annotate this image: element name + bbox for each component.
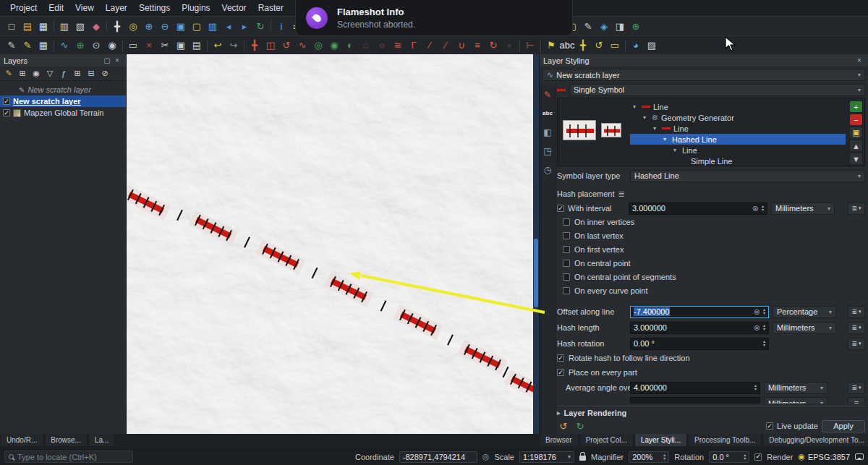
identify-features-icon[interactable]: i bbox=[273, 19, 289, 34]
chevron-down-icon[interactable]: ▾ bbox=[663, 136, 669, 142]
rotate-feature-icon[interactable]: ↺ bbox=[278, 38, 294, 53]
menu-item[interactable]: Raster bbox=[252, 1, 289, 14]
paste-features-icon[interactable]: ▤ bbox=[189, 38, 205, 53]
diagram-options-icon[interactable]: ◕ bbox=[628, 38, 644, 53]
vertex-tool-current-icon[interactable]: ⊙ bbox=[88, 38, 104, 53]
rotate-label-icon[interactable]: ↺ bbox=[591, 38, 607, 53]
apply-button[interactable]: Apply bbox=[822, 420, 865, 432]
digitize-with-segment-icon[interactable]: ∿ bbox=[56, 38, 72, 53]
close-panel-icon[interactable]: × bbox=[112, 56, 122, 64]
tree-node-hashed-line[interactable]: ▾ Hashed Line bbox=[630, 134, 846, 145]
symbol-preview-large[interactable] bbox=[563, 120, 596, 140]
rotation-spinbox[interactable]: 0.0 ° ▴▾ bbox=[709, 451, 749, 463]
placement-option[interactable]: On central point bbox=[557, 258, 865, 268]
live-update-checkbox[interactable]: ✓ bbox=[766, 422, 773, 430]
merge-features-icon[interactable]: ∪ bbox=[454, 38, 469, 53]
decorations-icon[interactable]: ◈ bbox=[596, 19, 612, 34]
merge-attributes-icon[interactable]: ≡ bbox=[469, 38, 485, 53]
remove-symbol-layer-button[interactable]: − bbox=[850, 114, 862, 125]
spin-down-icon[interactable]: ▾ bbox=[763, 312, 765, 315]
zoom-last-icon[interactable]: ◂ bbox=[221, 19, 237, 34]
copy-features-icon[interactable]: ▣ bbox=[173, 38, 189, 53]
render-checkbox[interactable]: ✓ bbox=[754, 453, 762, 461]
data-defined-override-button[interactable]: ≣▾ bbox=[848, 202, 865, 215]
tab-symbology[interactable]: ✎ bbox=[541, 88, 555, 101]
vertex-tool-all-icon[interactable]: ◉ bbox=[104, 38, 120, 53]
hash-length-spinbox[interactable]: 3.000000 ⊗ ▴▾ bbox=[630, 322, 769, 334]
data-defined-override-button[interactable]: ≣▾ bbox=[848, 322, 865, 334]
checkbox[interactable] bbox=[563, 218, 570, 226]
symbol-layer-type-selector[interactable]: Hashed Line ▾ bbox=[630, 170, 865, 182]
scale-selector[interactable]: 1:198176 ▾ bbox=[519, 451, 574, 463]
placement-option[interactable]: On first vertex bbox=[557, 244, 865, 255]
clear-icon[interactable]: ⊗ bbox=[752, 204, 759, 213]
spin-down-icon[interactable]: ▾ bbox=[763, 328, 765, 331]
tab-labels[interactable]: abc bbox=[541, 106, 555, 120]
placement-option[interactable]: On last vertex bbox=[557, 231, 865, 241]
rotate-point-symbols-icon[interactable]: ↻ bbox=[485, 38, 501, 53]
dock-tab[interactable]: La... bbox=[88, 434, 115, 447]
layer-item-mapzen-global-terrain[interactable]: ✓ Mapzen Global Terrain bbox=[0, 107, 126, 119]
chevron-down-icon[interactable]: ▾ bbox=[643, 114, 649, 121]
current-edits-icon[interactable]: ✎ bbox=[4, 38, 20, 53]
clear-icon[interactable]: ⊗ bbox=[754, 323, 760, 333]
place-every-part-checkbox[interactable]: ✓ bbox=[557, 369, 564, 376]
clear-icon[interactable]: ⊗ bbox=[754, 307, 760, 317]
tree-node-line-2[interactable]: ▾ Line bbox=[630, 123, 846, 134]
checkbox[interactable] bbox=[563, 246, 570, 253]
copy-move-feature-icon[interactable]: ◫ bbox=[263, 38, 278, 53]
highlight-labels-icon[interactable]: abc bbox=[559, 38, 575, 53]
chevron-down-icon[interactable]: ▾ bbox=[653, 125, 659, 132]
new-annotation-icon[interactable]: ✎ bbox=[580, 19, 596, 34]
zoom-to-selection-icon[interactable]: ▢ bbox=[189, 19, 205, 34]
layer-rendering-header[interactable]: ▸ Layer Rendering bbox=[557, 406, 865, 419]
remove-layer-icon[interactable]: ⊘ bbox=[98, 67, 111, 80]
offset-unit-selector[interactable]: Percentage ▾ bbox=[773, 306, 836, 318]
checkbox[interactable] bbox=[563, 232, 570, 239]
new-project-icon[interactable]: □ bbox=[4, 19, 20, 34]
menu-item[interactable]: Plugins bbox=[176, 1, 216, 14]
manage-map-themes-icon[interactable]: ◉ bbox=[30, 67, 43, 80]
zoom-next-icon[interactable]: ▸ bbox=[237, 19, 252, 34]
spin-down-icon[interactable]: ▾ bbox=[663, 457, 665, 461]
symbology-undo-button[interactable]: ↺ bbox=[557, 420, 570, 432]
average-angle-spinbox[interactable]: 4.000000 ▴▾ bbox=[630, 382, 760, 394]
symbol-preview-small[interactable] bbox=[601, 123, 621, 137]
with-interval-unit-selector[interactable]: Millimeters ▾ bbox=[771, 202, 835, 215]
move-up-button[interactable]: ▲ bbox=[850, 140, 862, 151]
layer-visibility-checkbox[interactable]: ✓ bbox=[3, 98, 10, 105]
spin-down-icon[interactable]: ▾ bbox=[744, 457, 746, 461]
data-defined-override-button[interactable]: ≣▾ bbox=[848, 382, 865, 394]
menu-item[interactable]: Project bbox=[4, 1, 43, 14]
reshape-features-icon[interactable]: Γ bbox=[406, 38, 422, 53]
split-features-icon[interactable]: ∕ bbox=[438, 38, 454, 53]
pan-map-icon[interactable]: ╋ bbox=[109, 19, 125, 34]
fill-ring-icon[interactable]: ◐ bbox=[342, 38, 358, 53]
menu-item[interactable]: Vector bbox=[216, 1, 252, 14]
pan-to-selection-icon[interactable]: ◎ bbox=[125, 19, 141, 34]
delete-selected-icon[interactable]: × bbox=[141, 38, 157, 53]
offset-along-line-spinbox[interactable]: -7.400000 ⊗ ▴▾ bbox=[630, 306, 769, 318]
with-interval-checkbox[interactable]: ✓ bbox=[557, 205, 564, 212]
data-defined-override-button[interactable]: ≣▾ bbox=[848, 306, 865, 318]
spin-down-icon[interactable]: ▾ bbox=[754, 388, 757, 391]
with-interval-spinbox[interactable]: 3.000000 ⊗ ▴▾ bbox=[629, 202, 767, 215]
spin-down-icon[interactable]: ▾ bbox=[763, 344, 765, 347]
layer-visibility-checkbox[interactable]: ✓ bbox=[3, 109, 10, 116]
add-record-icon[interactable]: ⊕ bbox=[72, 38, 88, 53]
print-layout-icon[interactable]: ▥ bbox=[56, 19, 72, 34]
hash-rotation-spinbox[interactable]: 0.00 ° ▴▾ bbox=[630, 338, 769, 350]
change-label-icon[interactable]: ▭ bbox=[607, 38, 623, 53]
tree-node-simple-line[interactable]: Simple Line bbox=[630, 155, 846, 166]
symbology-redo-button[interactable]: ↻ bbox=[574, 420, 587, 432]
lock-scale-icon[interactable] bbox=[579, 456, 586, 461]
tree-node-geometry-generator[interactable]: ▾ ⚙ Geometry Generator bbox=[630, 112, 846, 123]
add-symbol-layer-button[interactable]: + bbox=[850, 101, 862, 112]
scrollbar-handle[interactable] bbox=[534, 239, 538, 307]
zoom-to-layer-icon[interactable]: ▥ bbox=[205, 19, 221, 34]
filter-legend-icon[interactable]: ▽ bbox=[43, 67, 56, 80]
offset-curve-icon[interactable]: ≋ bbox=[390, 38, 406, 53]
modify-attributes-icon[interactable]: ▭ bbox=[125, 38, 141, 53]
placement-option[interactable]: On central point of segments bbox=[557, 272, 865, 282]
notification-toast[interactable]: Flameshot Info Screenshot aborted. bbox=[295, 0, 573, 36]
